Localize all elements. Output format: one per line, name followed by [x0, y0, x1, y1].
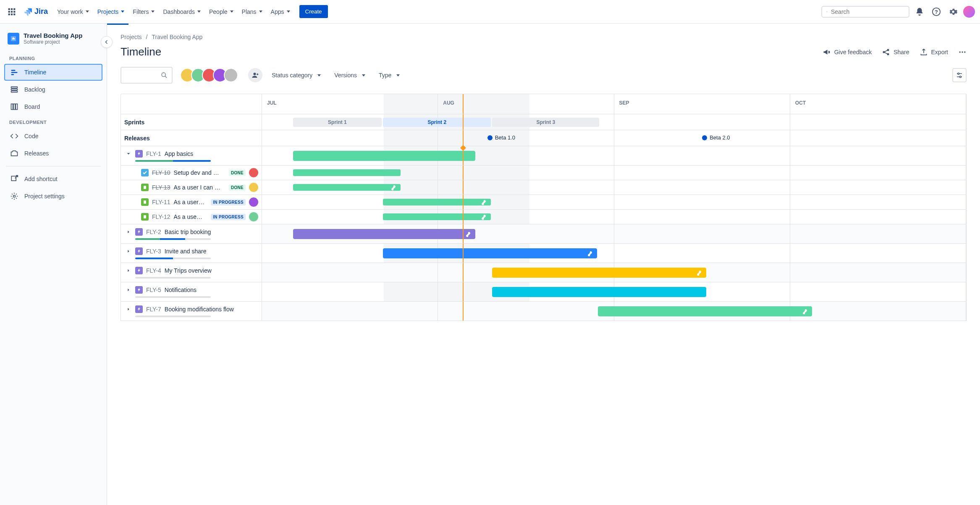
issue-bar[interactable]: [383, 199, 491, 205]
svg-rect-15: [11, 70, 16, 71]
issue-key[interactable]: FLY-3: [146, 248, 161, 255]
view-settings-button[interactable]: [952, 68, 967, 82]
collapse-sidebar-button[interactable]: [101, 36, 113, 48]
expand-toggle[interactable]: [125, 288, 132, 292]
issue-summary[interactable]: App basics: [165, 150, 193, 157]
jira-logo[interactable]: Jira: [20, 7, 51, 16]
epic-bar[interactable]: [492, 268, 706, 278]
search-input[interactable]: [831, 8, 904, 15]
sidebar-item-board[interactable]: Board: [4, 98, 102, 115]
nav-item-apps[interactable]: Apps: [267, 5, 294, 18]
more-icon: [958, 48, 967, 56]
epic-row: FLY-3 Invite and share: [121, 244, 966, 263]
release-marker[interactable]: Beta 2.0: [702, 134, 730, 141]
nav-item-projects[interactable]: Projects: [93, 5, 129, 18]
epic-bar[interactable]: [598, 306, 812, 316]
issue-bar[interactable]: [383, 213, 491, 220]
issue-key[interactable]: FLY-4: [146, 267, 161, 274]
sidebar-item-code[interactable]: Code: [4, 128, 102, 145]
epic-bar[interactable]: [383, 248, 597, 258]
progress-bar: [135, 160, 211, 162]
issue-summary[interactable]: Setup dev and …: [174, 169, 225, 176]
share-button[interactable]: Share: [882, 48, 909, 56]
filter-versions[interactable]: Versions: [333, 68, 367, 82]
assignee-avatar[interactable]: [249, 168, 258, 177]
issue-bar[interactable]: [293, 184, 401, 191]
sidebar-item-timeline[interactable]: Timeline: [4, 64, 102, 81]
chevron-down-icon: [151, 11, 155, 13]
issue-summary[interactable]: Basic trip booking: [165, 229, 211, 235]
export-button[interactable]: Export: [920, 48, 948, 56]
epic-bar[interactable]: [293, 229, 475, 239]
issue-key[interactable]: FLY-7: [146, 306, 161, 313]
global-search[interactable]: [821, 6, 909, 18]
release-marker[interactable]: Beta 1.0: [487, 134, 515, 141]
release-dot-icon: [487, 135, 493, 140]
sprint-bar[interactable]: Sprint 3: [492, 118, 599, 127]
sidebar-item-add-shortcut[interactable]: Add shortcut: [4, 171, 102, 187]
expand-toggle[interactable]: [125, 152, 132, 156]
issue-key[interactable]: FLY-11: [152, 199, 170, 205]
expand-toggle[interactable]: [125, 230, 132, 234]
nav-item-filters[interactable]: Filters: [128, 5, 159, 18]
help-button[interactable]: ?: [930, 5, 943, 18]
product-name: Jira: [34, 7, 48, 16]
epic-bar[interactable]: [492, 287, 706, 297]
filter-status-category[interactable]: Status category: [270, 68, 322, 82]
svg-rect-3: [8, 11, 10, 12]
project-header[interactable]: Travel Booking App Software project: [4, 32, 102, 52]
sidebar-item-releases[interactable]: Releases: [4, 145, 102, 162]
issue-summary[interactable]: As a user I can …: [174, 184, 225, 191]
assignee-avatar[interactable]: [249, 197, 258, 207]
breadcrumb-current[interactable]: Travel Booking App: [152, 34, 202, 40]
code-icon: [10, 132, 18, 140]
issue-key[interactable]: FLY-12: [152, 213, 170, 220]
sprint-bar[interactable]: Sprint 1: [293, 118, 382, 127]
more-actions-button[interactable]: [958, 48, 967, 56]
sidebar-item-project-settings[interactable]: Project settings: [4, 188, 102, 205]
issue-summary[interactable]: Notifications: [165, 287, 197, 293]
issue-summary[interactable]: As a user…: [174, 199, 208, 205]
assignee-avatar[interactable]: [224, 68, 238, 82]
profile-avatar[interactable]: [963, 6, 975, 18]
expand-toggle[interactable]: [125, 307, 132, 311]
breadcrumb-root[interactable]: Projects: [121, 34, 142, 40]
svg-rect-2: [13, 8, 15, 10]
chevron-down-icon: [230, 11, 233, 13]
give-feedback-button[interactable]: Give feedback: [823, 48, 872, 56]
app-switcher[interactable]: [5, 5, 18, 18]
notifications-button[interactable]: [913, 5, 926, 18]
issue-summary[interactable]: As a use…: [174, 213, 208, 220]
expand-toggle[interactable]: [125, 249, 132, 253]
epic-bar[interactable]: [293, 151, 475, 161]
issue-key[interactable]: FLY-13: [152, 184, 170, 191]
filter-type[interactable]: Type: [377, 68, 401, 82]
assignee-filter[interactable]: [180, 68, 238, 82]
svg-point-31: [964, 51, 965, 53]
assignee-avatar[interactable]: [249, 212, 258, 221]
add-people-button[interactable]: [248, 68, 262, 82]
issue-summary[interactable]: My Trips overview: [165, 267, 212, 274]
issue-bar[interactable]: [293, 169, 401, 176]
issue-summary[interactable]: Booking modifications flow: [165, 306, 234, 313]
settings-button[interactable]: [946, 5, 960, 18]
create-button[interactable]: Create: [299, 5, 328, 18]
issue-key[interactable]: FLY-5: [146, 287, 161, 293]
nav-item-your-work[interactable]: Your work: [53, 5, 93, 18]
sprint-bar[interactable]: Sprint 2: [383, 118, 491, 127]
assignee-avatar[interactable]: [249, 183, 258, 192]
nav-item-dashboards[interactable]: Dashboards: [159, 5, 205, 18]
nav-item-people[interactable]: People: [205, 5, 238, 18]
sidebar-item-backlog[interactable]: Backlog: [4, 81, 102, 98]
issue-summary[interactable]: Invite and share: [165, 248, 207, 255]
timeline-search[interactable]: [121, 67, 173, 84]
progress-bar: [135, 296, 211, 298]
bell-icon: [915, 7, 924, 16]
issue-key[interactable]: FLY-10: [152, 169, 170, 176]
expand-toggle[interactable]: [125, 268, 132, 273]
issue-key[interactable]: FLY-2: [146, 229, 161, 235]
today-line: [463, 282, 464, 301]
issue-key[interactable]: FLY-1: [146, 150, 161, 157]
nav-item-plans[interactable]: Plans: [238, 5, 267, 18]
svg-rect-8: [13, 13, 15, 15]
